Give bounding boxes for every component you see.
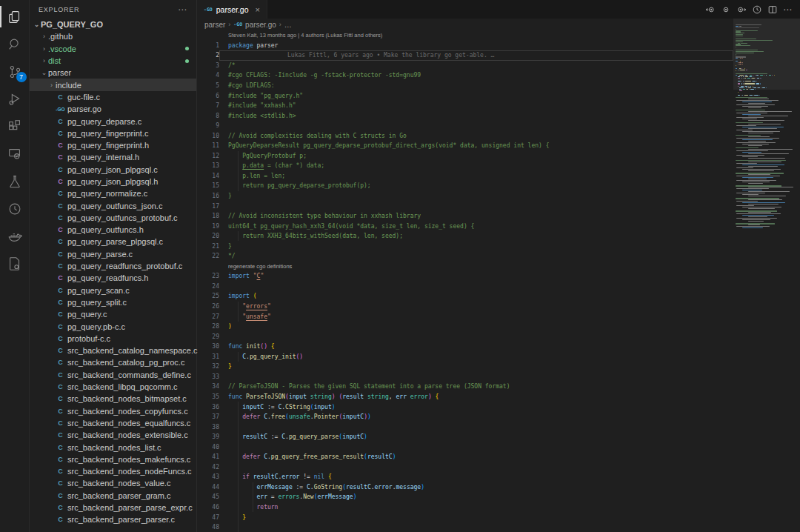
line-number[interactable]: 28	[197, 323, 219, 330]
code-editor[interactable]: Steven Kalt, 13 months ago | 4 authors (…	[197, 30, 733, 532]
line-number[interactable]: 23	[197, 273, 219, 279]
line-number[interactable]: 4	[197, 72, 219, 79]
extensions-icon[interactable]	[0, 113, 30, 140]
tree-item-src-backend-parser-parser.c[interactable]: Csrc_backend_parser_parser.c	[30, 513, 196, 525]
docker-icon[interactable]	[0, 222, 30, 250]
line-number[interactable]: 29	[197, 333, 219, 340]
tree-item-src-backend-catalog-pg-proc.c[interactable]: Csrc_backend_catalog_pg_proc.c	[30, 356, 196, 368]
code-line[interactable]: 1package parser	[197, 41, 733, 51]
line-number[interactable]: 33	[197, 373, 219, 380]
line-number[interactable]: 22	[197, 253, 219, 259]
tree-item-src-backend-parser-gram.c[interactable]: Csrc_backend_parser_gram.c	[30, 490, 196, 502]
tree-item-pg-query-normalize.c[interactable]: Cpg_query_normalize.c	[30, 187, 196, 199]
tree-item-pg-query-outfuncs.h[interactable]: Cpg_query_outfuncs.h	[30, 224, 196, 236]
tree-item-src-backend-nodes-extensible.c[interactable]: Csrc_backend_nodes_extensible.c	[30, 429, 196, 441]
code-line[interactable]: 6#include "pg_query.h"	[197, 90, 733, 101]
tree-item-pg-query-fingerprint.h[interactable]: Cpg_query_fingerprint.h	[30, 139, 196, 151]
tree-item-pg-query.pb-c.c[interactable]: Cpg_query.pb-c.c	[30, 320, 196, 332]
line-number[interactable]: 5	[197, 82, 219, 89]
code-line[interactable]: 15 return pg_query_deparse_protobuf(p);	[197, 181, 733, 191]
tree-item-src-backend-commands-define.c[interactable]: Csrc_backend_commands_define.c	[30, 369, 196, 381]
tree-item-pg-query-readfuncs-protobuf.c[interactable]: Cpg_query_readfuncs_protobuf.c	[30, 260, 196, 272]
testing-icon[interactable]	[0, 167, 30, 195]
line-number[interactable]: 11	[197, 142, 219, 149]
line-number[interactable]: 46	[197, 504, 219, 511]
run-debug-icon[interactable]	[0, 85, 30, 113]
tree-item-.github[interactable]: ›.github	[30, 30, 196, 42]
code-line[interactable]: 37 defer C.free(unsafe.Pointer(inputC))	[197, 412, 733, 422]
tree-item-pg-query-deparse.c[interactable]: Cpg_query_deparse.c	[30, 115, 196, 127]
code-line[interactable]: 11PgQueryDeparseResult pg_query_deparse_…	[197, 141, 733, 151]
line-number[interactable]: 47	[197, 514, 219, 521]
tree-item-.vscode[interactable]: ›.vscode	[30, 43, 196, 55]
tree-item-parser[interactable]: ⌄parser	[30, 67, 196, 79]
code-line[interactable]: 41 defer C.pg_query_free_parse_result(re…	[197, 452, 733, 462]
line-number[interactable]: 26	[197, 303, 219, 310]
line-number[interactable]: 9	[197, 122, 219, 129]
line-number[interactable]: 10	[197, 133, 219, 139]
code-line[interactable]: 4#cgo CFLAGS: -Iinclude -g -fstack-prote…	[197, 70, 733, 81]
code-line[interactable]: 35func ParseToJSON(input string) (result…	[197, 392, 733, 402]
code-line[interactable]: 30func init() {	[197, 342, 733, 352]
code-line[interactable]: 45 err = errors.New(errMessage)	[197, 492, 733, 502]
code-line[interactable]: 29	[197, 331, 733, 342]
codelens-text[interactable]: Steven Kalt, 13 months ago | 4 authors (…	[219, 30, 733, 41]
code-line[interactable]: 27 "unsafe"	[197, 311, 733, 322]
breadcrumb-symbol[interactable]: …	[284, 21, 292, 29]
tree-item-parser.go[interactable]: -GOparser.go	[30, 103, 196, 115]
line-number[interactable]: 24	[197, 283, 219, 290]
tree-item-pg-query-json-plpgsql.c[interactable]: Cpg_query_json_plpgsql.c	[30, 164, 196, 176]
tree-item-src-backend-libpq-pqcomm.c[interactable]: Csrc_backend_libpq_pqcomm.c	[30, 381, 196, 393]
line-number[interactable]: 40	[197, 444, 219, 450]
line-number[interactable]: 21	[197, 243, 219, 250]
line-number[interactable]: 34	[197, 383, 219, 390]
explorer-icon[interactable]	[0, 3, 30, 30]
tree-item-pg-query-outfuncs-protobuf.c[interactable]: Cpg_query_outfuncs_protobuf.c	[30, 212, 196, 224]
code-line[interactable]: 23import "C"	[197, 271, 733, 282]
tree-item-src-backend-parser-parse-expr.c[interactable]: Csrc_backend_parser_parse_expr.c	[30, 502, 196, 513]
code-line[interactable]: 44 errMessage := C.GoString(resultC.erro…	[197, 482, 733, 493]
code-line[interactable]: 43 if resultC.error != nil {	[197, 472, 733, 482]
open-changes-icon[interactable]	[721, 4, 731, 15]
code-line[interactable]: 13 p.data = (char *) data;	[197, 161, 733, 171]
code-line[interactable]: 26 "errors"	[197, 302, 733, 312]
code-line[interactable]: 21}	[197, 241, 733, 251]
tab-close-icon[interactable]: ×	[256, 5, 260, 14]
line-number[interactable]: 25	[197, 293, 219, 299]
code-line[interactable]: 5#cgo LDFLAGS:	[197, 81, 733, 91]
code-line[interactable]: 20 return XXH3_64bits_withSeed(data, len…	[197, 231, 733, 242]
line-number[interactable]: 6	[197, 93, 219, 99]
code-line[interactable]: 18// Avoid inconsistent type behaviour i…	[197, 211, 733, 222]
line-number[interactable]: 16	[197, 193, 219, 199]
code-line[interactable]: 34// ParseToJSON - Parses the given SQL …	[197, 382, 733, 392]
line-number[interactable]: 42	[197, 464, 219, 471]
line-number[interactable]: 14	[197, 173, 219, 179]
tree-item-src-backend-nodes-value.c[interactable]: Csrc_backend_nodes_value.c	[30, 477, 196, 489]
line-number[interactable]: 36	[197, 404, 219, 410]
line-number[interactable]: 32	[197, 363, 219, 370]
line-number[interactable]: 41	[197, 453, 219, 460]
tree-item-pg-query.c[interactable]: Cpg_query.c	[30, 308, 196, 320]
code-line[interactable]: 40	[197, 442, 733, 452]
line-number[interactable]: 27	[197, 313, 219, 320]
code-line[interactable]: 12 PgQueryProtobuf p;	[197, 151, 733, 162]
tree-item-src-backend-nodes-nodefuncs.c[interactable]: Csrc_backend_nodes_nodeFuncs.c	[30, 465, 196, 477]
minimap[interactable]	[733, 19, 800, 532]
code-line[interactable]: 48	[197, 522, 733, 532]
tree-item-pg-query-json-plpgsql.h[interactable]: Cpg_query_json_plpgsql.h	[30, 176, 196, 187]
breadcrumb-folder[interactable]: parser	[204, 21, 225, 29]
split-editor-icon[interactable]	[767, 4, 778, 15]
tree-item-pg-query-go[interactable]: ⌄PG_QUERY_GO	[30, 19, 196, 30]
code-line[interactable]: 3/*	[197, 61, 733, 71]
tree-item-pg-query-internal.h[interactable]: Cpg_query_internal.h	[30, 151, 196, 163]
source-control-icon[interactable]: 7	[0, 58, 30, 85]
code-line[interactable]: 22*/	[197, 251, 733, 262]
line-number[interactable]: 43	[197, 473, 219, 480]
line-number[interactable]: 48	[197, 524, 219, 531]
line-number[interactable]: 38	[197, 424, 219, 430]
line-number[interactable]: 35	[197, 393, 219, 400]
code-line[interactable]: 7#include "xxhash.h"	[197, 101, 733, 111]
line-number[interactable]: 20	[197, 233, 219, 239]
code-line[interactable]: 31 C.pg_query_init()	[197, 352, 733, 362]
code-line[interactable]: 39 resultC := C.pg_query_parse(inputC)	[197, 432, 733, 442]
